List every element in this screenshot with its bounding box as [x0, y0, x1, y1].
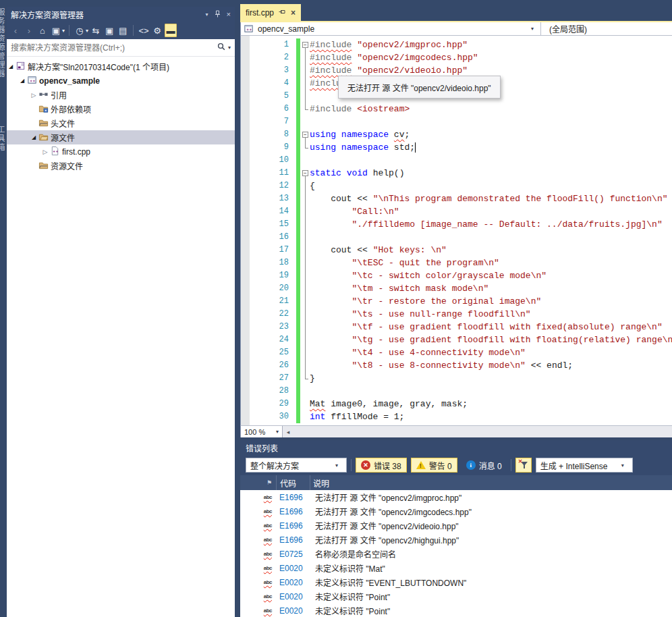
code-line-1[interactable]: #include "opencv2/imgproc.hpp": [310, 38, 672, 51]
error-code-link[interactable]: E0725: [276, 549, 312, 559]
dock-tab-server-explorer[interactable]: 服务器资源管理器: [0, 8, 5, 109]
tree-item--[interactable]: 资源文件: [7, 159, 235, 173]
code-line-22[interactable]: "\ts - use null-range floodfill\n": [310, 308, 672, 321]
collapse-all-icon[interactable]: ▤: [117, 24, 129, 37]
tree-item-first.cpp[interactable]: ▷first.cpp: [7, 144, 235, 159]
code-line-20[interactable]: "\tm - switch mask mode\n": [310, 282, 672, 295]
code-line-19[interactable]: "\tc - switch color/grayscale mode\n": [310, 269, 672, 282]
clear-filter-button[interactable]: ✕: [515, 458, 532, 473]
code-line-25[interactable]: "\t4 - use 4-connectivity mode\n": [310, 346, 672, 359]
error-row-2[interactable]: abcE1696无法打开 源 文件 "opencv2/imgcodecs.hpp…: [240, 504, 672, 518]
chevron-down-icon[interactable]: ▾: [62, 28, 65, 34]
scroll-left-arrow-icon[interactable]: ◂: [283, 426, 293, 437]
fold-collapse-icon[interactable]: −: [302, 42, 308, 48]
dock-tab-toolbox[interactable]: 工具箱: [0, 126, 5, 166]
horizontal-scrollbar[interactable]: [293, 426, 672, 437]
code-line-2[interactable]: #include "opencv2/imgcodecs.hpp": [310, 51, 672, 64]
tab-pin-icon[interactable]: [279, 8, 286, 18]
code-line-24[interactable]: "\tg - use gradient floodfill with float…: [310, 333, 672, 346]
pending-changes-filter-icon[interactable]: ◷: [74, 24, 86, 37]
tab-close-icon[interactable]: ×: [291, 8, 296, 18]
chevron-down-icon[interactable]: ▾: [86, 28, 88, 34]
window-menu-icon[interactable]: ▾: [206, 11, 208, 18]
close-icon[interactable]: ×: [227, 10, 231, 18]
error-row-6[interactable]: abcE0020未定义标识符 "Mat": [240, 561, 672, 575]
code-line-14[interactable]: "Call:\n": [310, 205, 672, 218]
error-code-link[interactable]: E1696: [276, 507, 312, 516]
code-line-23[interactable]: "\tf - use gradient floodfill with fixed…: [310, 321, 672, 333]
home-icon[interactable]: ⌂: [36, 24, 49, 37]
tree-item--[interactable]: 头文件: [7, 116, 235, 130]
search-input[interactable]: [11, 43, 217, 53]
code-line-15[interactable]: "./ffilldemo [image_name -- Default: ../…: [310, 218, 672, 231]
search-icon[interactable]: [217, 43, 226, 53]
tree-item--[interactable]: 外部依赖项: [7, 102, 235, 116]
code-line-21[interactable]: "\tr - restore the original image\n": [310, 295, 672, 308]
tree-item-opencv_sample[interactable]: ◢opencv_sample: [7, 74, 235, 88]
search-options-caret-icon[interactable]: ▾: [228, 45, 231, 51]
code-line-27[interactable]: }: [310, 372, 672, 385]
code-line-29[interactable]: Mat image0, image, gray, mask;: [310, 398, 672, 410]
error-code-link[interactable]: E0020: [276, 578, 312, 587]
code-line-7[interactable]: [310, 115, 672, 128]
column-header-description[interactable]: 说明: [310, 477, 672, 489]
back-icon[interactable]: ‹: [9, 24, 22, 37]
errors-toggle-button[interactable]: ✕ 错误 38: [356, 458, 407, 473]
refresh-icon[interactable]: ▣: [103, 24, 115, 37]
fold-collapse-icon[interactable]: −: [302, 132, 308, 138]
error-code-link[interactable]: E0020: [276, 592, 312, 601]
collapse-arrow-icon[interactable]: ◢: [30, 134, 38, 140]
sync-with-active-document-icon[interactable]: ⇆: [90, 24, 102, 37]
code-line-28[interactable]: [310, 385, 672, 398]
code-editor-surface[interactable]: 1234567891011121314151617181920212223242…: [240, 36, 672, 425]
code-line-11[interactable]: static void help(): [310, 167, 672, 180]
view-code-icon[interactable]: <>: [138, 24, 150, 37]
code-line-8[interactable]: using namespace cv;: [310, 128, 672, 141]
tree-item--sln20170314code-1-[interactable]: ◢解决方案"Sln20170314Code"(1 个项目): [7, 59, 235, 74]
code-line-18[interactable]: "\tESC - quit the program\n": [310, 257, 672, 269]
error-row-8[interactable]: abcE0020未定义标识符 "Point": [240, 589, 672, 603]
code-line-17[interactable]: cout << "Hot keys: \n": [310, 244, 672, 257]
error-code-link[interactable]: E1696: [276, 535, 312, 545]
tab-first-cpp[interactable]: first.cpp ×: [240, 4, 301, 21]
fold-collapse-icon[interactable]: −: [302, 170, 308, 176]
scope-dropdown[interactable]: (全局范围): [541, 22, 672, 35]
zoom-dropdown[interactable]: 100 % ▾: [241, 426, 283, 437]
column-header-code[interactable]: 代码: [277, 477, 310, 489]
error-row-5[interactable]: abcE0725名称必须是命名空间名: [240, 547, 672, 561]
pin-icon[interactable]: [215, 10, 221, 19]
forward-icon[interactable]: ›: [23, 24, 35, 37]
code-line-12[interactable]: {: [310, 180, 672, 192]
error-row-4[interactable]: abcE1696无法打开 源 文件 "opencv2/highgui.hpp": [240, 533, 672, 547]
expand-arrow-icon[interactable]: ▷: [41, 149, 49, 155]
code-line-26[interactable]: "\t8 - use 8-connectivity mode\n" << end…: [310, 359, 672, 372]
error-code-link[interactable]: E1696: [276, 521, 312, 531]
switch-views-icon[interactable]: ▣: [50, 24, 62, 37]
tree-item--[interactable]: ◢源文件: [7, 130, 235, 144]
code-line-9[interactable]: using namespace std;: [310, 141, 672, 154]
scope-filter-dropdown[interactable]: 整个解决方案 ▾: [246, 458, 347, 473]
error-row-3[interactable]: abcE1696无法打开 源 文件 "opencv2/videoio.hpp": [240, 518, 672, 533]
error-row-7[interactable]: abcE0020未定义标识符 "EVENT_LBUTTONDOWN": [240, 575, 672, 589]
error-code-link[interactable]: E0020: [276, 606, 312, 616]
code-line-16[interactable]: [310, 231, 672, 244]
properties-wrench-icon[interactable]: ⚙: [151, 24, 163, 37]
error-row-1[interactable]: abcE1696无法打开 源 文件 "opencv2/imgproc.hpp": [240, 490, 672, 504]
error-row-9[interactable]: abcE0020未定义标识符 "Point": [240, 603, 672, 617]
error-code-link[interactable]: E0020: [276, 564, 312, 573]
collapse-arrow-icon[interactable]: ◢: [18, 78, 26, 84]
code-line-10[interactable]: [310, 154, 672, 167]
collapse-arrow-icon[interactable]: ◢: [7, 63, 15, 70]
expand-arrow-icon[interactable]: ▷: [30, 92, 38, 99]
code-line-6[interactable]: #include <iostream>: [310, 103, 672, 115]
project-dropdown[interactable]: opencv_sample ▾: [241, 22, 540, 35]
code-line-30[interactable]: int ffillMode = 1;: [310, 410, 672, 423]
severity-column-icon[interactable]: ⚑: [267, 479, 272, 486]
preview-selected-items-icon[interactable]: ▬: [165, 24, 177, 37]
warnings-toggle-button[interactable]: 警告 0: [411, 458, 457, 473]
source-dropdown[interactable]: 生成 + IntelliSense ▾: [536, 458, 633, 473]
error-code-link[interactable]: E1696: [276, 493, 312, 502]
tree-item--[interactable]: ▷引用: [7, 88, 235, 102]
code-line-13[interactable]: cout << "\nThis program demonstrated the…: [310, 192, 672, 205]
messages-toggle-button[interactable]: i 消息 0: [461, 458, 507, 473]
